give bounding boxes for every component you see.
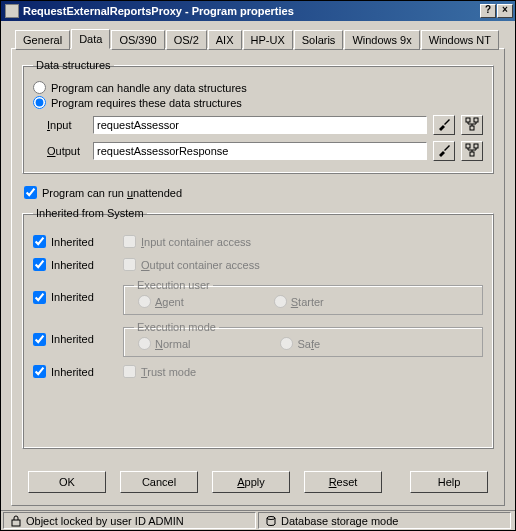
svg-point-7	[267, 516, 275, 519]
inherited-group: Inherited from System Inherited Input co…	[22, 207, 494, 449]
database-icon	[265, 515, 277, 527]
help-button[interactable]: Help	[410, 471, 488, 493]
svg-rect-2	[470, 126, 474, 130]
input-label: Input	[33, 119, 93, 131]
input-field[interactable]	[93, 116, 427, 134]
client-area: General Data OS/390 OS/2 AIX HP-UX Solar…	[1, 21, 515, 510]
inh3-checkbox[interactable]	[33, 291, 46, 304]
inh3-label: Inherited	[51, 291, 94, 303]
titlebar: RequestExternalReportsProxy - Program pr…	[1, 1, 515, 21]
inh1-label: Inherited	[51, 236, 94, 248]
radio-requires-structures[interactable]	[33, 96, 46, 109]
svg-rect-0	[466, 118, 470, 122]
tabstrip: General Data OS/390 OS/2 AIX HP-UX Solar…	[11, 29, 505, 49]
agent-radio	[138, 295, 151, 308]
output-container-label: Output container access	[141, 259, 260, 271]
inh2-checkbox[interactable]	[33, 258, 46, 271]
normal-radio	[138, 337, 151, 350]
input-container-checkbox	[123, 235, 136, 248]
flashlight-icon	[437, 117, 451, 133]
output-label: Output	[33, 145, 93, 157]
status-right-text: Database storage mode	[281, 515, 398, 527]
radio-requires-label: Program requires these data structures	[51, 97, 242, 109]
inh5-checkbox[interactable]	[33, 365, 46, 378]
output-tree-button[interactable]	[461, 141, 483, 161]
tab-data[interactable]: Data	[71, 29, 110, 49]
ok-button[interactable]: OK	[28, 471, 106, 493]
tree-icon	[465, 117, 479, 133]
apply-button[interactable]: Apply	[212, 471, 290, 493]
inh2-label: Inherited	[51, 259, 94, 271]
radio-any-label: Program can handle any data structures	[51, 82, 247, 94]
inh4-checkbox[interactable]	[33, 333, 46, 346]
data-structures-group: Data structures Program can handle any d…	[22, 59, 494, 174]
execution-mode-group: Execution mode Normal Safe	[123, 321, 483, 357]
svg-rect-1	[474, 118, 478, 122]
tab-os390[interactable]: OS/390	[111, 30, 164, 50]
button-bar: OK Cancel Apply Reset Help	[22, 459, 494, 499]
input-browse-button[interactable]	[433, 115, 455, 135]
inh1-checkbox[interactable]	[33, 235, 46, 248]
radio-any-structures[interactable]	[33, 81, 46, 94]
trust-mode-label: Trust mode	[141, 366, 196, 378]
starter-radio	[274, 295, 287, 308]
execution-mode-legend: Execution mode	[134, 321, 219, 333]
tree-icon	[465, 143, 479, 159]
output-container-checkbox	[123, 258, 136, 271]
app-icon	[5, 4, 19, 18]
tab-winnt[interactable]: Windows NT	[421, 30, 499, 50]
output-browse-button[interactable]	[433, 141, 455, 161]
unattended-checkbox[interactable]	[24, 186, 37, 199]
window-title: RequestExternalReportsProxy - Program pr…	[23, 5, 480, 17]
inh4-label: Inherited	[51, 333, 94, 345]
execution-user-group: Execution user Agent Starter	[123, 279, 483, 315]
status-right: Database storage mode	[258, 512, 511, 529]
svg-rect-4	[474, 144, 478, 148]
reset-button[interactable]: Reset	[304, 471, 382, 493]
tab-hpux[interactable]: HP-UX	[243, 30, 293, 50]
svg-rect-6	[12, 520, 20, 526]
unattended-label: Program can run unattended	[42, 187, 182, 199]
svg-rect-5	[470, 152, 474, 156]
tab-solaris[interactable]: Solaris	[294, 30, 344, 50]
status-left-text: Object locked by user ID ADMIN	[26, 515, 184, 527]
execution-user-legend: Execution user	[134, 279, 213, 291]
close-button[interactable]: ×	[497, 4, 513, 18]
flashlight-icon	[437, 143, 451, 159]
tab-aix[interactable]: AIX	[208, 30, 242, 50]
inh5-label: Inherited	[51, 366, 94, 378]
inherited-legend: Inherited from System	[33, 207, 147, 219]
lock-icon	[10, 515, 22, 527]
statusbar: Object locked by user ID ADMIN Database …	[1, 510, 515, 530]
input-container-label: Input container access	[141, 236, 251, 248]
tab-os2[interactable]: OS/2	[166, 30, 207, 50]
cancel-button[interactable]: Cancel	[120, 471, 198, 493]
output-field[interactable]	[93, 142, 427, 160]
safe-radio	[280, 337, 293, 350]
tab-win9x[interactable]: Windows 9x	[344, 30, 419, 50]
help-context-button[interactable]: ?	[480, 4, 496, 18]
data-structures-legend: Data structures	[33, 59, 114, 71]
trust-mode-checkbox	[123, 365, 136, 378]
input-tree-button[interactable]	[461, 115, 483, 135]
svg-rect-3	[466, 144, 470, 148]
tab-body: Data structures Program can handle any d…	[11, 48, 505, 506]
status-left: Object locked by user ID ADMIN	[3, 512, 256, 529]
tab-general[interactable]: General	[15, 30, 70, 50]
window: RequestExternalReportsProxy - Program pr…	[0, 0, 516, 531]
